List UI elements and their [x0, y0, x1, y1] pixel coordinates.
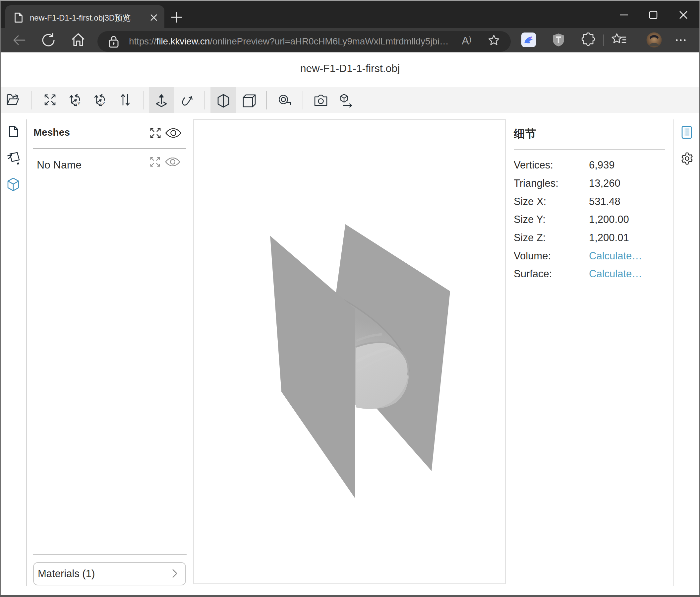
svg-text:Y: Y: [77, 100, 80, 106]
svg-text:Z: Z: [102, 100, 105, 106]
